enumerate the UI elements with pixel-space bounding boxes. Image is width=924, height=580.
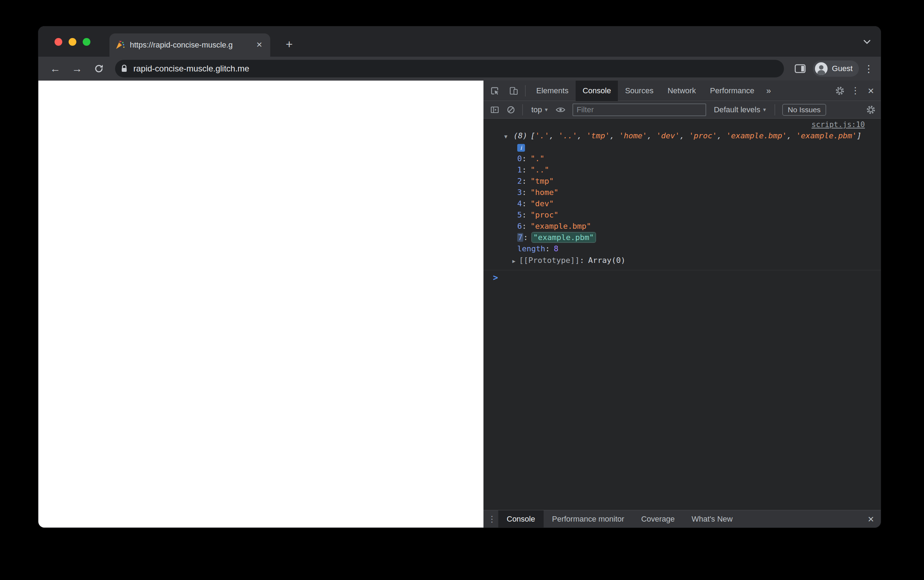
divider <box>774 104 775 115</box>
entry-index: 0 <box>517 154 522 163</box>
live-expression-button[interactable] <box>553 102 568 117</box>
divider <box>525 85 526 96</box>
console-prompt[interactable]: > <box>483 271 881 284</box>
log-levels-label: Default levels <box>714 105 760 114</box>
drawer-tab-performance-monitor[interactable]: Performance monitor <box>544 510 633 528</box>
lock-icon <box>121 64 128 73</box>
tab-close-button[interactable]: × <box>253 39 265 51</box>
console-sidebar-button[interactable] <box>487 102 503 117</box>
divider <box>522 104 523 115</box>
array-length-row: length:8 <box>483 243 881 254</box>
entry-value: "dev" <box>531 199 554 208</box>
entry-value: "." <box>531 154 545 163</box>
browser-menu-button[interactable]: ⋮ <box>864 63 874 75</box>
array-entry: 5:"proc" <box>483 209 881 221</box>
reload-icon <box>94 63 104 74</box>
tab-performance[interactable]: Performance <box>703 81 761 101</box>
party-popper-icon <box>115 40 125 50</box>
array-preview: (8)['.', '..', 'tmp', 'home', 'dev', 'pr… <box>513 130 862 142</box>
length-value: 8 <box>554 244 558 253</box>
drawer-close-button[interactable]: × <box>863 511 879 527</box>
entry-index: 3 <box>517 188 522 197</box>
drawer-tab-whats-new[interactable]: What's New <box>683 510 742 528</box>
console-sidebar-icon <box>490 105 499 114</box>
drawer-tab-coverage[interactable]: Coverage <box>633 510 683 528</box>
array-entry: 0:"." <box>483 153 881 164</box>
window-controls <box>54 38 90 46</box>
context-selector-label: top <box>531 105 542 114</box>
new-tab-button[interactable]: + <box>283 38 296 51</box>
entry-index: 1 <box>517 165 522 174</box>
fullscreen-window-button[interactable] <box>83 38 90 46</box>
issues-badge[interactable]: No Issues <box>782 104 826 116</box>
chevron-down-icon[interactable] <box>863 40 871 44</box>
browser-toolbar: ← → rapid-concise-muscle.glitch.me <box>38 57 881 81</box>
tab-network[interactable]: Network <box>661 81 703 101</box>
profile-button[interactable]: Guest <box>813 61 859 77</box>
minimize-window-button[interactable] <box>69 38 76 46</box>
browser-tab[interactable]: https://rapid-concise-muscle.g × <box>109 33 270 57</box>
entry-value: "proc" <box>531 211 558 219</box>
inspect-element-button[interactable] <box>487 83 503 99</box>
chevron-down-icon: ▾ <box>545 106 548 113</box>
gear-icon <box>835 86 845 96</box>
entry-index: 5 <box>517 211 522 219</box>
drawer-tab-console[interactable]: Console <box>498 510 544 528</box>
devtools-settings-button[interactable] <box>832 83 848 99</box>
expand-arrow-icon[interactable]: ▶ <box>512 258 515 264</box>
nav-buttons: ← → <box>48 61 107 76</box>
entry-index: 7 <box>517 233 523 242</box>
url-text: rapid-concise-muscle.glitch.me <box>133 64 249 74</box>
guest-avatar-icon <box>815 62 828 75</box>
more-tabs-button[interactable]: » <box>761 86 776 96</box>
context-selector[interactable]: top ▾ <box>526 105 553 114</box>
log-levels-selector[interactable]: Default levels ▾ <box>709 105 771 114</box>
page-viewport[interactable] <box>38 81 483 527</box>
profile-label: Guest <box>832 64 853 73</box>
prototype-row: ▶[[Prototype]]:Array(0) <box>483 254 881 267</box>
close-window-button[interactable] <box>54 38 62 46</box>
entry-value-highlighted: "example.pbm" <box>532 232 595 242</box>
tab-elements[interactable]: Elements <box>529 81 575 101</box>
entry-index: 6 <box>517 222 522 231</box>
entry-value: "tmp" <box>531 177 554 186</box>
array-entry: 2:"tmp" <box>483 176 881 187</box>
collapse-arrow-icon[interactable]: ▼ <box>504 130 513 143</box>
entry-value: "home" <box>531 188 558 197</box>
devtools-menu-button[interactable]: ⋮ <box>848 83 863 99</box>
address-bar[interactable]: rapid-concise-muscle.glitch.me <box>115 60 784 77</box>
back-button[interactable]: ← <box>48 61 63 76</box>
drawer-menu-button[interactable]: ⋮ <box>485 514 498 524</box>
array-entry: 1:".." <box>483 164 881 176</box>
console-message: script.js:10 ▼ (8)['.', '..', 'tmp', 'ho… <box>483 119 881 270</box>
entry-value: "example.bmp" <box>531 222 591 231</box>
filter-input[interactable] <box>572 104 706 116</box>
device-toolbar-icon <box>509 86 518 96</box>
reload-button[interactable] <box>91 61 107 76</box>
prompt-chevron-icon: > <box>493 273 498 283</box>
side-panel-button[interactable] <box>792 61 808 76</box>
clear-console-icon <box>507 105 515 114</box>
browser-window: https://rapid-concise-muscle.g × + ← → <box>38 26 881 528</box>
devtools-panel: Elements Console Sources Network Perform… <box>483 81 881 527</box>
tab-strip: https://rapid-concise-muscle.g × + <box>38 26 881 57</box>
toolbar-right-controls: Guest ⋮ <box>792 61 874 77</box>
device-toolbar-button[interactable] <box>506 83 521 99</box>
clear-console-button[interactable] <box>503 102 519 117</box>
source-link[interactable]: script.js:10 <box>811 120 865 130</box>
array-entry-highlighted: 7:"example.pbm" <box>483 232 881 243</box>
array-entry: 3:"home" <box>483 187 881 198</box>
entry-index: 2 <box>517 177 522 186</box>
eye-icon <box>556 106 566 113</box>
console-toolbar: top ▾ Default levels ▾ No Issues <box>483 101 881 119</box>
side-panel-icon <box>794 64 806 73</box>
array-entry: 4:"dev" <box>483 198 881 209</box>
tab-console[interactable]: Console <box>575 81 618 101</box>
devtools-close-button[interactable]: × <box>863 83 879 99</box>
console-settings-button[interactable] <box>863 102 879 117</box>
entry-index: 4 <box>517 199 522 208</box>
drawer-bar: ⋮ Console Performance monitor Coverage W… <box>483 510 881 527</box>
tab-sources[interactable]: Sources <box>618 81 661 101</box>
entry-value: ".." <box>531 165 549 174</box>
forward-button[interactable]: → <box>69 61 85 76</box>
